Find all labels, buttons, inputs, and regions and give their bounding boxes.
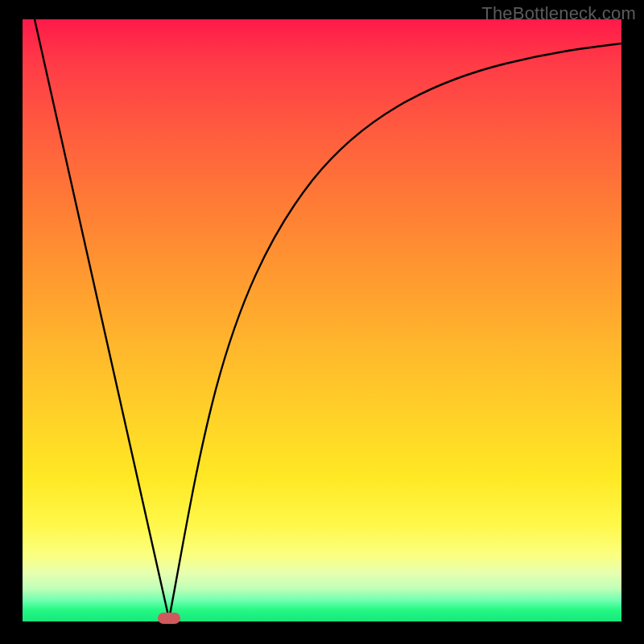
curve-right-branch [169,43,621,619]
watermark-text: TheBottleneck.com [481,3,636,24]
optimum-marker [158,613,180,624]
chart-frame [23,19,621,621]
curve-left-branch [35,19,169,619]
curve-layer [23,19,621,621]
